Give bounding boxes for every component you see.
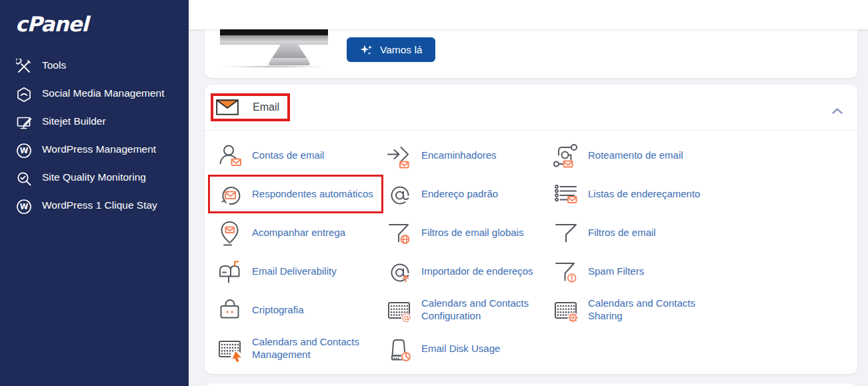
email-tool-label: Listas de endereçamento [588,188,700,201]
email-tool-contas-de-email[interactable]: Contas de email [216,141,324,170]
top-header-band [189,0,868,29]
email-tool-label: Respondentes automáticos [252,188,373,201]
calendars-contacts-management-icon [216,334,243,363]
cpanel-logo[interactable]: cPanel [15,12,189,36]
sidebar-item-site-quality-monitoring[interactable]: Site Quality Monitoring [0,164,189,192]
autoresponders-icon [216,179,243,209]
email-tool-label: Criptografia [252,304,304,317]
wordpress-icon: W [16,199,32,215]
address-importer-icon [385,257,412,286]
track-delivery-icon [216,218,243,247]
email-routing-icon [552,141,579,170]
email-disk-usage-icon [385,334,412,363]
email-tool-label: Email Disk Usage [421,343,500,355]
sidebar-item-wordpress-management[interactable]: WWordPress Management [0,136,189,164]
email-tool-roteamento-de-email[interactable]: Roteamento de email [552,141,683,170]
forwarders-icon [385,141,412,170]
sidebar-item-sitejet-builder[interactable]: Sitejet Builder [0,108,189,136]
email-tool-endereco-padrao[interactable]: Endereço padrão [385,179,498,209]
sidebar-item-label: Site Quality Monitoring [42,169,146,185]
sidebar-item-label: Social Media Management [42,85,165,101]
social-media-icon [16,87,32,103]
sidebar-item-label: Sitejet Builder [42,113,106,129]
sidebar-item-label: Tools [42,57,66,73]
email-tool-importador-de-enderecos[interactable]: Importador de endereços [385,257,533,286]
encryption-icon [216,295,243,325]
email-tool-spam-filters[interactable]: Spam Filters [552,257,644,286]
chevron-up-icon[interactable] [832,105,843,111]
email-tool-filtros-de-email-globais[interactable]: Filtros de email globais [385,218,523,247]
email-tool-calendars-and-contacts-configuration[interactable]: @Calendars and Contacts Configuration [385,295,549,325]
email-tool-email-deliverability[interactable]: Email Deliverability [216,257,337,286]
email-tool-label: Calendars and Contacts Management [252,336,380,361]
email-tool-label: Calendars and Contacts Sharing [588,297,716,323]
email-tool-label: Filtros de email globais [421,227,523,239]
email-tool-label: Email Deliverability [252,265,337,278]
email-tool-encaminhadores[interactable]: Encaminhadores [385,141,497,170]
email-tool-email-disk-usage[interactable]: Email Disk Usage [385,334,500,363]
highlight-box-email: Email [211,93,290,121]
email-tool-label: Importador de endereços [421,265,533,278]
email-tool-filtros-de-email[interactable]: Filtros de email [552,218,656,247]
calendars-contacts-sharing-icon [552,295,579,325]
sparkles-icon [360,44,373,56]
email-tool-label: Contas de email [252,149,324,162]
vamos-la-button[interactable]: Vamos lá [347,37,435,62]
cta-label: Vamos lá [380,44,422,56]
email-section-header[interactable]: Email [205,85,857,131]
email-envelope-icon [216,99,239,115]
email-deliverability-icon [216,257,243,286]
email-tool-calendars-and-contacts-sharing[interactable]: Calendars and Contacts Sharing [552,295,716,325]
main-content: Vamos lá Email Contas de emailEncaminhad… [189,0,868,386]
email-tool-label: Spam Filters [588,265,644,278]
sidebar-nav: ToolsSocial Media ManagementSitejet Buil… [0,52,189,220]
wordpress-icon: W [16,143,32,159]
email-accounts-icon [216,141,243,170]
monitor-illustration [220,29,328,69]
email-filters-icon [552,218,579,247]
email-section-title: Email [253,101,279,113]
email-tool-criptografia[interactable]: Criptografia [216,295,304,325]
email-section-card: Email Contas de emailEncaminhadoresRotea… [205,85,857,374]
email-tools-grid: Contas de emailEncaminhadoresRoteamento … [205,131,857,368]
next-section-card [205,383,857,386]
calendars-contacts-config-icon: @ [385,295,412,325]
email-tool-label: Filtros de email [588,227,656,239]
sidebar-item-social-media-management[interactable]: Social Media Management [0,80,189,108]
sidebar-item-wordpress-1-clique-stay[interactable]: WWordPress 1 Clique Stay [0,192,189,220]
email-tool-label: Endereço padrão [421,188,498,201]
email-tool-acompanhar-entrega[interactable]: Acompanhar entrega [216,218,345,247]
mailing-lists-icon [552,179,579,209]
sitejet-builder-icon [16,115,32,131]
default-address-icon [385,179,412,209]
svg-text:W: W [20,202,29,211]
sidebar-item-label: WordPress 1 Clique Stay [42,197,157,213]
email-tool-label: Roteamento de email [588,149,683,162]
sidebar-item-label: WordPress Management [42,141,156,157]
tools-icon [16,59,32,75]
svg-text:@: @ [402,312,411,323]
sidebar: cPanel ToolsSocial Media ManagementSitej… [0,0,189,386]
spam-filters-icon [552,257,579,286]
email-tool-respondentes-automaticos[interactable]: Respondentes automáticos [208,175,383,213]
svg-text:W: W [20,146,29,155]
promo-banner-card: Vamos lá [205,29,857,78]
email-tool-label: Encaminhadores [421,149,497,162]
global-email-filters-icon [385,218,412,247]
sidebar-item-tools[interactable]: Tools [0,52,189,80]
email-tool-label: Acompanhar entrega [252,227,345,239]
site-quality-icon [16,171,32,187]
email-tool-calendars-and-contacts-management[interactable]: Calendars and Contacts Management [216,334,380,363]
email-tool-label: Calendars and Contacts Configuration [421,297,549,323]
email-tool-listas-de-enderecamento[interactable]: Listas de endereçamento [552,179,700,209]
